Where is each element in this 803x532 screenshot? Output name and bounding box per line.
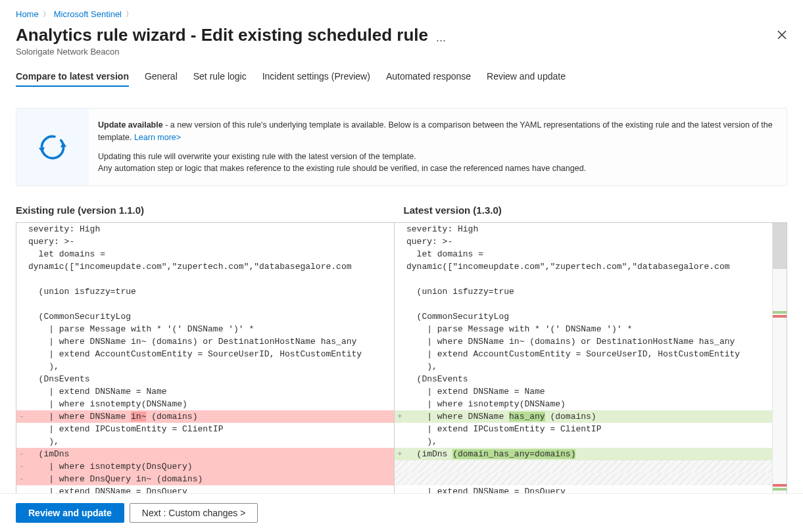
diff-line: | where DNSName in~ (domains) or Destina… (16, 335, 394, 348)
diff-line (395, 298, 772, 310)
tab-general[interactable]: General (145, 67, 178, 87)
diff-line: (imDns (16, 448, 394, 460)
diff-line: (union isfuzzy=true (395, 285, 772, 298)
banner-body-2: Updating this rule will overwrite your e… (98, 151, 773, 163)
diff-line: | where isnotempty(DNSName) (16, 398, 394, 410)
update-banner: Update available - a new version of this… (16, 108, 787, 186)
diff-line: ), (16, 360, 394, 373)
diff-line (16, 298, 394, 310)
breadcrumb-home[interactable]: Home (16, 9, 39, 19)
banner-body-3: Any automation step or logic that makes … (98, 162, 773, 175)
diff-right-title: Latest version (1.3.0) (400, 205, 788, 216)
diff-line: | extend DNSName = DnsQuery (16, 485, 394, 493)
minimap[interactable] (772, 223, 787, 493)
diff-line: dynamic(["incomeupdate.com","zupertech.c… (395, 260, 772, 273)
banner-body-1: - a new version of this rule's underlyin… (98, 120, 773, 142)
diff-left-title: Existing rule (version 1.1.0) (16, 205, 400, 216)
close-button[interactable] (771, 24, 792, 45)
diff-line: | extend DNSName = Name (395, 385, 772, 398)
diff-line: severity: High (395, 223, 772, 235)
diff-line: ), (395, 435, 772, 448)
diff-line: (CommonSecurityLog (16, 310, 394, 323)
page-title: Analytics rule wizard - Edit existing sc… (16, 25, 428, 45)
diff-line: | extend DNSName = Name (16, 385, 394, 398)
diff-line: dynamic(["incomeupdate.com","zupertech.c… (16, 260, 394, 273)
diff-line: ), (16, 435, 394, 448)
diff-line: (imDns (domain_has_any=domains) (395, 448, 772, 460)
review-update-button[interactable]: Review and update (16, 503, 124, 523)
tab-set-rule-logic[interactable]: Set rule logic (193, 67, 247, 87)
diff-line: | extend DNSName = DnsQuery (395, 485, 772, 493)
diff-line: query: >- (16, 235, 394, 248)
diff-line: let domains = (16, 248, 394, 260)
diff-line: | parse Message with * '(' DNSName ')' * (16, 323, 394, 335)
diff-line: | extend IPCustomEntity = ClientIP (395, 423, 772, 435)
diff-line: query: >- (395, 235, 772, 248)
learn-more-link[interactable]: Learn more> (134, 133, 181, 142)
diff-line: | parse Message with * '(' DNSName ')' * (395, 323, 772, 335)
svg-point-0 (37, 132, 68, 162)
chevron-right-icon: 〉 (126, 9, 133, 19)
tab-review-and-update[interactable]: Review and update (487, 67, 566, 87)
refresh-icon (16, 109, 89, 185)
diff-line: | extend AccountCustomEntity = SourceUse… (16, 348, 394, 360)
diff-line: | where DNSName in~ (domains) or Destina… (395, 335, 772, 348)
next-button[interactable]: Next : Custom changes > (130, 503, 258, 523)
diff-line: severity: High (16, 223, 394, 235)
diff-line (395, 273, 772, 285)
diff-line (395, 473, 772, 485)
diff-line: (union isfuzzy=true (16, 285, 394, 298)
breadcrumb: Home 〉 Microsoft Sentinel 〉 (16, 9, 787, 19)
diff-line: (DnsEvents (16, 373, 394, 385)
diff-line: | where isnotempty(DnsQuery) (16, 460, 394, 473)
diff-view[interactable]: severity: Highquery: >- let domains =dyn… (16, 222, 787, 493)
diff-line: | extend IPCustomEntity = ClientIP (16, 423, 394, 435)
subtitle: Solorigate Network Beacon (16, 47, 787, 57)
diff-line: | extend AccountCustomEntity = SourceUse… (395, 348, 772, 360)
more-icon[interactable]: ... (431, 31, 451, 44)
diff-line: | where DnsQuery in~ (domains) (16, 473, 394, 485)
diff-line: | where DNSName has_any (domains) (395, 410, 772, 423)
banner-lead: Update available (98, 120, 163, 130)
diff-line: | where DNSName in~ (domains) (16, 410, 394, 423)
diff-line: | where isnotempty(DNSName) (395, 398, 772, 410)
diff-line: (DnsEvents (395, 373, 772, 385)
diff-line: let domains = (395, 248, 772, 260)
diff-line: ), (395, 360, 772, 373)
close-icon (777, 30, 787, 39)
diff-line (395, 460, 772, 473)
tab-incident-settings-preview-[interactable]: Incident settings (Preview) (262, 67, 370, 87)
breadcrumb-sentinel[interactable]: Microsoft Sentinel (54, 9, 122, 19)
tab-bar: Compare to latest versionGeneralSet rule… (16, 67, 787, 87)
diff-line: (CommonSecurityLog (395, 310, 772, 323)
tab-compare-to-latest-version[interactable]: Compare to latest version (16, 67, 129, 87)
chevron-right-icon: 〉 (43, 9, 50, 19)
diff-line (16, 273, 394, 285)
tab-automated-response[interactable]: Automated response (386, 67, 471, 87)
footer-bar: Review and update Next : Custom changes … (0, 493, 803, 532)
